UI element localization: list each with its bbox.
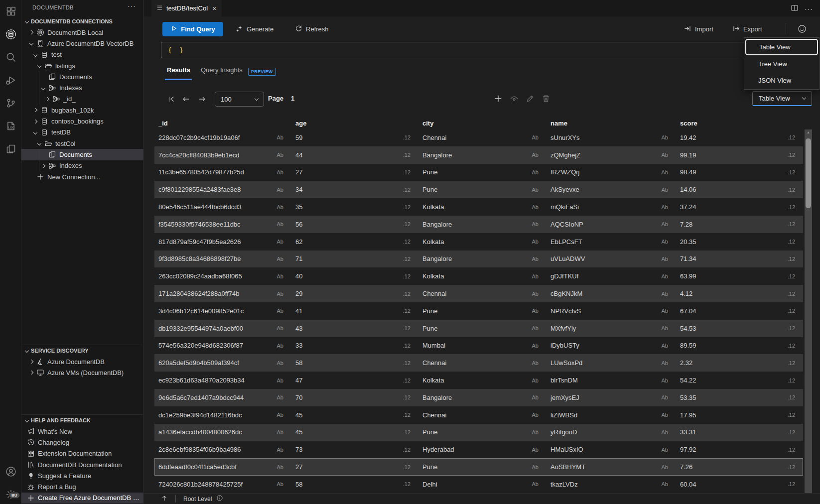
scrollbar-thumb[interactable] xyxy=(806,138,811,208)
chevron-down-icon xyxy=(255,96,259,100)
tree-item-label: Indexes xyxy=(59,84,82,92)
tree-item-what-s-new[interactable]: What's New xyxy=(21,426,143,437)
delete-document-trash-icon[interactable] xyxy=(542,94,550,105)
query-editor[interactable]: { } xyxy=(161,42,812,58)
type-badge: .12 xyxy=(788,204,795,210)
scroll-up-arrow[interactable]: ▲ xyxy=(805,130,812,134)
tree-item-documents[interactable]: Documents xyxy=(21,149,143,160)
first-page-icon[interactable] xyxy=(167,95,175,105)
tree-item-new-connection[interactable]: New Connection... xyxy=(21,171,143,182)
table-row[interactable]: 817d879af59c47f9b5ea2626Ab62.12KolkataAb… xyxy=(154,233,803,251)
tree-item-documentdb-local[interactable]: DocumentDB Local xyxy=(21,27,143,38)
level-up-arrow-icon[interactable] xyxy=(161,495,168,503)
tree-item-changelog[interactable]: Changelog xyxy=(21,437,143,448)
table-row[interactable]: 7cc4ca20cff84083b9eb1ecdAb44.12Bangalore… xyxy=(154,146,803,164)
split-editor-icon[interactable] xyxy=(791,4,799,13)
table-row[interactable]: 11c3be65780542d79877b25dAb27.12PuneAbfRZ… xyxy=(154,164,803,181)
activity-bar-extension-icon[interactable] xyxy=(0,0,21,23)
tree-item-documentdb-documentation[interactable]: DocumentDB Documentation xyxy=(21,459,143,470)
tab-query-insights[interactable]: Query Insights xyxy=(201,66,243,74)
table-row[interactable]: f35459330f5746538ee11dbcAb56.12Bangalore… xyxy=(154,216,803,233)
vertical-scrollbar[interactable]: ▲ xyxy=(805,129,812,493)
table-row[interactable]: 228dc07c2b9c4cf19b19a06fAb59.12ChennaiAb… xyxy=(154,129,803,146)
tab-testdb-testcol[interactable]: testDB/testCol × xyxy=(151,0,222,16)
cell-city: BangaloreAb xyxy=(418,216,547,233)
table-row[interactable]: db19332e95544974a0aebf00Ab43.12PuneAbMXf… xyxy=(154,320,803,337)
add-document-icon[interactable] xyxy=(494,94,503,105)
menu-item-table-view[interactable]: Table View xyxy=(745,39,818,55)
import-button[interactable]: Import xyxy=(684,22,713,36)
activity-bar-log-output-icon[interactable]: LOG xyxy=(0,115,21,137)
info-icon[interactable] xyxy=(216,495,223,503)
cell-id: dc1e259be3f94d1482116bdcAb xyxy=(154,406,291,424)
cell-score: 60.04.12 xyxy=(676,476,803,493)
view-mode-select[interactable]: Table View xyxy=(752,91,812,106)
feedback-smiley-icon[interactable] xyxy=(798,24,807,35)
tree-item-contoso-bookings[interactable]: contoso_bookings xyxy=(21,116,143,126)
table-row[interactable]: 574e56a320e948d682306f87Ab33.12MumbaiAbi… xyxy=(154,337,803,355)
table-row[interactable]: 724026c801b248878425725fAb58.12DelhiAbtk… xyxy=(154,476,803,493)
tree-item-documents[interactable]: Documents xyxy=(21,71,143,82)
type-badge: .12 xyxy=(403,256,410,262)
activity-bar-documentdb-icon[interactable] xyxy=(0,23,21,46)
sidebar-more-icon[interactable]: ··· xyxy=(128,2,136,10)
menu-item-json-view[interactable]: JSON View xyxy=(744,72,819,89)
tab-results[interactable]: Results xyxy=(167,66,190,74)
tree-item-testcol[interactable]: testCol xyxy=(21,138,143,149)
more-actions-icon[interactable]: ··· xyxy=(805,5,813,13)
tree-item-azure-vms-documentdb[interactable]: Azure VMs (DocumentDB) xyxy=(21,367,143,378)
generate-button[interactable]: Generate xyxy=(236,22,273,36)
table-row[interactable]: 9f3d8985c8a34686898f27beAb71.12Bangalore… xyxy=(154,251,803,268)
tree-item-azure-documentdb-vectordb[interactable]: Azure DocumentDB VectorDB xyxy=(21,38,143,49)
tree-item-listings[interactable]: listings xyxy=(21,60,143,71)
table-row[interactable]: 263cc02089c24aadba68f065Ab40.12KolkataAb… xyxy=(154,267,803,285)
type-badge: Ab xyxy=(662,239,668,245)
table-row[interactable]: 80e546c511ae444fbcb6dcd3Ab35.12KolkataAb… xyxy=(154,198,803,216)
activity-bar-account-icon[interactable] xyxy=(0,460,21,483)
table-row[interactable]: a1436efaccdb4004800626dcAb45.12PuneAbyRi… xyxy=(154,424,803,441)
activity-bar-copies-icon[interactable] xyxy=(0,137,21,160)
view-document-eye-icon[interactable] xyxy=(510,94,519,105)
tree-item-indexes[interactable]: Indexes xyxy=(21,160,143,171)
tree-item-indexes[interactable]: Indexes xyxy=(21,82,143,93)
export-button[interactable]: Export xyxy=(732,22,762,36)
activity-bar-settings-gear-icon[interactable]: BU xyxy=(0,483,21,504)
find-query-button[interactable]: Find Query xyxy=(162,22,223,36)
cell-score: 54.53.12 xyxy=(676,320,803,337)
tree-item-testdb[interactable]: testDB xyxy=(21,127,143,138)
table-row[interactable]: 2c8e6ebf98354f06b9ba4986Ab73.12Hyderabad… xyxy=(154,441,803,458)
prev-page-icon[interactable] xyxy=(182,95,190,105)
table-row[interactable]: dc1e259be3f94d1482116bdcAb45.12ChennaiAb… xyxy=(154,406,803,424)
activity-bar-source-control-icon[interactable] xyxy=(0,92,21,115)
connections-section-header[interactable]: DOCUMENTDB CONNECTIONS xyxy=(21,16,143,27)
cell-city: PuneAb xyxy=(418,424,547,441)
tree-item-report-a-bug[interactable]: Report a Bug xyxy=(21,481,143,492)
table-row[interactable]: 6ddfeaadf0c04f1ca5ed3cbfAb27.12PuneAbAoS… xyxy=(154,458,803,476)
table-row[interactable]: 171a280438624f288a0ff74bAb29.12ChennaiAb… xyxy=(154,285,803,302)
type-badge: Ab xyxy=(277,378,283,383)
tree-item-test[interactable]: test xyxy=(21,49,143,60)
edit-document-pencil-icon[interactable] xyxy=(526,94,535,105)
help-feedback-header[interactable]: HELP AND FEEDBACK xyxy=(21,415,143,426)
table-row[interactable]: 620a5def5d9b4b509af394cfAb58.12ChennaiAb… xyxy=(154,354,803,372)
cell-id: 620a5def5d9b4b509af394cfAb xyxy=(154,354,291,372)
service-discovery-header[interactable]: SERVICE DISCOVERY xyxy=(21,345,143,356)
close-icon[interactable]: × xyxy=(212,4,217,12)
type-badge: Ab xyxy=(277,429,283,435)
next-page-icon[interactable] xyxy=(198,95,206,105)
activity-bar-run-debug-icon[interactable] xyxy=(0,69,21,92)
table-row[interactable]: 3d4c06b12c614e009852e01cAb41.12PuneAbNPR… xyxy=(154,302,803,320)
tree-item-azure-documentdb[interactable]: Azure DocumentDB xyxy=(21,356,143,367)
tree-item-extension-documentation[interactable]: Extension Documentation xyxy=(21,448,143,459)
page-size-select[interactable]: 100 xyxy=(215,92,264,107)
tree-item-id[interactable]: _id_ xyxy=(21,94,143,105)
refresh-button[interactable]: Refresh xyxy=(295,22,329,36)
tree-item-create-free-azure-documentdb-cl[interactable]: Create Free Azure DocumentDB Cl... xyxy=(21,493,143,504)
activity-bar-search-icon[interactable] xyxy=(0,46,21,69)
menu-item-tree-view[interactable]: Tree View xyxy=(744,56,819,72)
table-row[interactable]: c9f8012298554a2483fae3e8Ab34.12PuneAbAkS… xyxy=(154,181,803,198)
table-row[interactable]: ec923b61d63a4870a2093b34Ab47.12KolkataAb… xyxy=(154,372,803,389)
table-row[interactable]: 9e6d5a6c7ed1407a9bdcc944Ab70.12Bangalore… xyxy=(154,389,803,406)
tree-item-suggest-a-feature[interactable]: Suggest a Feature xyxy=(21,470,143,481)
tree-item-bugbash-102k[interactable]: bugbash_102k xyxy=(21,105,143,116)
